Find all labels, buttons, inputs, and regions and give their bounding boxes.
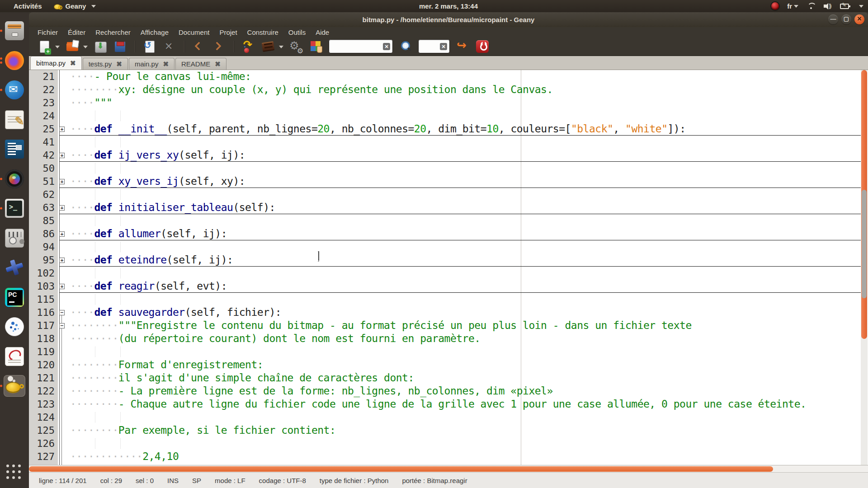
code-line-116[interactable]: 116−····def sauvegarder(self, fichier): (29, 306, 868, 319)
code-line-51[interactable]: 51+····def xy_vers_ij(self, xy): (29, 175, 868, 188)
maximize-button[interactable]: ▢ (841, 14, 851, 24)
quit-button[interactable] (475, 39, 490, 54)
code-line-62[interactable]: 62 (29, 188, 868, 201)
fold-collapse-icon[interactable]: − (59, 310, 65, 315)
code-editor[interactable]: 21····- Pour le canvas lui-même:22······… (29, 70, 868, 465)
wifi-icon[interactable] (807, 3, 816, 9)
new-file-menu-caret[interactable] (54, 39, 61, 54)
menu-rechercher[interactable]: Rechercher (90, 28, 136, 36)
keyboard-layout-indicator[interactable]: fr (787, 2, 798, 10)
fold-expand-icon[interactable]: + (59, 258, 65, 263)
menu-editer[interactable]: Éditer (63, 28, 90, 36)
open-file-menu-caret[interactable] (82, 39, 90, 54)
search-button[interactable] (398, 39, 413, 54)
launcher-item-terminal[interactable] (4, 197, 25, 219)
launcher-item-document-ribbon-app[interactable] (4, 346, 25, 367)
tab-README[interactable]: README✖ (175, 58, 226, 70)
code-line-127[interactable]: 127············2,4,10 (29, 450, 868, 463)
code-line-117[interactable]: 117−········"""Enregistre le contenu du … (29, 319, 868, 332)
save-all-button[interactable] (113, 39, 128, 54)
compile-button[interactable] (241, 39, 256, 54)
close-file-button[interactable] (162, 39, 177, 54)
menu-aide[interactable]: Aide (311, 28, 334, 36)
menu-projet[interactable]: Projet (214, 28, 242, 36)
build-menu-caret[interactable] (278, 39, 285, 54)
nav-forward-button[interactable] (211, 39, 226, 54)
battery-icon[interactable] (840, 4, 849, 9)
launcher-item-firefox[interactable] (4, 50, 25, 71)
code-line-122[interactable]: 122········- La première ligne est de la… (29, 385, 868, 398)
fold-expand-icon[interactable]: + (59, 153, 65, 158)
code-line-124[interactable]: 124 (29, 411, 868, 424)
clear-entry-icon[interactable] (440, 43, 447, 50)
code-line-103[interactable]: 103+····def reagir(self, evt): (29, 280, 868, 293)
clear-entry-icon[interactable] (383, 43, 390, 50)
search-entry[interactable] (329, 39, 393, 53)
code-line-86[interactable]: 86+····def allumer(self, ij): (29, 227, 868, 240)
build-button[interactable] (260, 39, 276, 54)
code-line-24[interactable]: 24 (29, 109, 868, 122)
menu-outils[interactable]: Outils (283, 28, 311, 36)
minimize-button[interactable]: — (828, 14, 838, 24)
horizontal-scrollbar-thumb[interactable] (29, 466, 773, 472)
fold-expand-icon[interactable]: + (59, 284, 65, 289)
launcher-item-libreoffice-writer[interactable] (4, 138, 25, 160)
chevron-down-icon[interactable] (859, 5, 863, 8)
tab-tests.py[interactable]: tests.py✖ (83, 58, 128, 70)
code-line-126[interactable]: 126 (29, 437, 868, 450)
launcher-item-satellite-app[interactable] (4, 257, 25, 278)
window-titlebar[interactable]: bitmap.py - /home/etienne/Bureau/micropa… (29, 12, 868, 27)
launcher-item-pycharm[interactable] (4, 286, 25, 308)
code-line-125[interactable]: 125········Par exemple, si le fichier co… (29, 424, 868, 437)
code-line-41[interactable]: 41 (29, 136, 868, 149)
code-line-23[interactable]: 23····""" (29, 96, 868, 109)
code-line-22[interactable]: 22········xy: désigne un couple (x, y) q… (29, 83, 868, 96)
save-file-button[interactable] (93, 39, 108, 54)
fold-collapse-icon[interactable]: − (59, 323, 65, 328)
fold-expand-icon[interactable]: + (59, 179, 65, 184)
code-line-42[interactable]: 42+····def ij_vers_xy(self, ij): (29, 149, 868, 162)
close-button[interactable]: ✕ (854, 14, 864, 24)
code-line-95[interactable]: 95+····def eteindre(self, ij): (29, 253, 868, 267)
jump-entry[interactable] (418, 39, 450, 53)
new-file-button[interactable] (37, 39, 52, 54)
code-line-123[interactable]: 123········- Chaque autre ligne du fichi… (29, 398, 868, 411)
launcher-item-coral-app[interactable] (4, 316, 25, 338)
code-line-85[interactable]: 85 (29, 214, 868, 227)
code-line-63[interactable]: 63+····def initialiser_tableau(self): (29, 201, 868, 214)
menu-construire[interactable]: Construire (242, 28, 283, 36)
launcher-item-screen-recorder[interactable] (4, 168, 25, 190)
vertical-scrollbar-thumb[interactable] (862, 190, 867, 298)
code-line-21[interactable]: 21····- Pour le canvas lui-même: (29, 70, 868, 83)
activities-button[interactable]: Activités (14, 2, 42, 10)
code-line-50[interactable]: 50 (29, 162, 868, 175)
nav-back-button[interactable] (191, 39, 207, 54)
jump-to-line-button[interactable] (455, 39, 470, 54)
tab-close-icon[interactable]: ✖ (116, 60, 122, 68)
launcher-item-audio-mixer[interactable] (4, 227, 25, 249)
app-menu[interactable]: Geany (54, 2, 96, 10)
launcher-item-thunderbird[interactable] (4, 79, 25, 101)
code-line-115[interactable]: 115 (29, 293, 868, 306)
code-line-121[interactable]: 121········il s'agit d'une simple chaîne… (29, 371, 868, 385)
code-line-119[interactable]: 119 (29, 345, 868, 358)
horizontal-scrollbar[interactable] (29, 465, 868, 472)
launcher-item-geany[interactable] (4, 375, 25, 397)
launcher-item-notes[interactable] (4, 109, 25, 131)
code-line-102[interactable]: 102 (29, 267, 868, 280)
run-button[interactable] (288, 39, 304, 54)
code-line-120[interactable]: 120········Format d'enregistrement: (29, 358, 868, 371)
code-line-25[interactable]: 25+····def __init__(self, parent, nb_lig… (29, 122, 868, 136)
revert-button[interactable] (142, 39, 157, 54)
fold-expand-icon[interactable]: + (59, 231, 65, 237)
show-applications-grid-icon[interactable] (6, 465, 23, 481)
menu-document[interactable]: Document (174, 28, 214, 36)
tab-close-icon[interactable]: ✖ (70, 59, 76, 67)
tab-main.py[interactable]: main.py✖ (129, 58, 175, 70)
launcher-item-files[interactable] (4, 20, 25, 42)
fold-expand-icon[interactable]: + (59, 127, 65, 132)
code-line-94[interactable]: 94 (29, 240, 868, 253)
menu-fichier[interactable]: Fichier (33, 28, 63, 36)
open-file-button[interactable] (65, 39, 80, 54)
tab-bitmap.py[interactable]: bitmap.py✖ (30, 56, 82, 70)
